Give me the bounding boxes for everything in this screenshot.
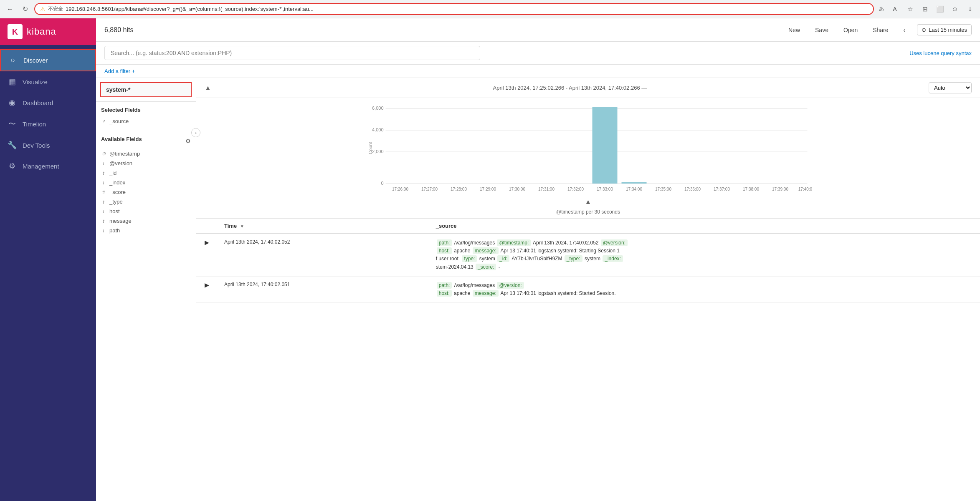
field-name-version: @version (109, 160, 132, 166)
field-index[interactable]: t _index (101, 178, 191, 187)
field-score-val: - (499, 264, 500, 270)
field-type-icon-version: t (101, 161, 106, 166)
row-source-cell-1: path: /var/log/messages @timestamp: Apri… (429, 234, 980, 276)
field-id[interactable]: t _id (101, 168, 191, 178)
field-message-val: Apr 13 17:40:01 logstash systemd: Starti… (500, 248, 620, 254)
sidebar-item-discover[interactable]: ○ Discover (0, 49, 96, 71)
field-name-host: host (109, 208, 120, 214)
svg-text:17:38:00: 17:38:00 (743, 187, 759, 191)
main-content: 6,880 hits New Save Open Share ‹ ⊙ Last … (96, 18, 980, 501)
row-expand-cell-2: ▶ (196, 276, 218, 302)
time-range-text: April 13th 2024, 17:25:02.266 - April 13… (493, 85, 647, 91)
right-panel: ▲ April 13th 2024, 17:25:02.266 - April … (196, 78, 980, 501)
expand-col-header (196, 219, 218, 234)
new-button[interactable]: New (785, 25, 803, 35)
back-button[interactable]: ← (4, 3, 16, 15)
address-bar[interactable]: ⚠ 不安全 192.168.246.8:5601/app/kibana#/dis… (34, 3, 874, 15)
sidebar-item-visualize[interactable]: ▦ Visualize (0, 71, 96, 92)
expand-chart-button[interactable]: ▲ (585, 198, 592, 206)
time-col-header[interactable]: Time ▼ (218, 219, 429, 234)
available-fields-title: Available Fields (101, 136, 142, 142)
collapse-chart-button[interactable]: ▲ (205, 84, 211, 92)
index-selector: system-* (96, 78, 196, 102)
share-button[interactable]: Share (869, 25, 891, 35)
lang-button[interactable]: あ (877, 5, 886, 13)
field-type-icon-type: t (101, 199, 106, 204)
row-source-cell-2: path: /var/log/messages @version: host: … (429, 276, 980, 302)
field-timestamp[interactable]: ⊙ @timestamp (101, 149, 191, 159)
profile-button[interactable]: ☺ (949, 3, 961, 15)
field-doctype-val: system (585, 256, 602, 262)
lucene-link[interactable]: Uses lucene query syntax (909, 50, 972, 56)
filter-bar: Add a filter + (96, 65, 980, 78)
field-fuser-val: f user root. (436, 256, 461, 262)
available-fields-section: Available Fields ⚙ ⊙ @timestamp t @versi… (96, 131, 196, 240)
svg-text:17:30:00: 17:30:00 (509, 187, 525, 191)
interval-select[interactable]: Auto Millisecond Second Minute Hour Day … (929, 82, 972, 93)
devtools-icon: 🔧 (8, 141, 17, 150)
selected-field-source[interactable]: ? _source (101, 116, 191, 126)
svg-text:17:32:00: 17:32:00 (567, 187, 584, 191)
field-message-key: message: (473, 247, 499, 254)
save-button[interactable]: Save (812, 25, 832, 35)
url-text: 192.168.246.8:5601/app/kibana#/discover?… (66, 6, 314, 12)
sidebar-item-devtools[interactable]: 🔧 Dev Tools (0, 135, 96, 156)
field-message[interactable]: t message (101, 216, 191, 226)
bookmark-button[interactable]: ☆ (904, 3, 916, 15)
sidebar-item-timelion[interactable]: 〜 Timelion (0, 113, 96, 135)
field-host[interactable]: t host (101, 206, 191, 216)
reload-button[interactable]: ↻ (19, 3, 31, 15)
open-button[interactable]: Open (840, 25, 861, 35)
bar-8 (622, 182, 647, 184)
field2-message-val: Apr 13 17:40:01 logstash systemd: Starte… (500, 290, 615, 296)
time-range-button[interactable]: ⊙ Last 15 minutes (917, 24, 972, 35)
fields-settings-button[interactable]: ⚙ (185, 138, 191, 144)
field-version[interactable]: t @version (101, 159, 191, 168)
reader-button[interactable]: A (889, 3, 901, 15)
svg-text:4,000: 4,000 (372, 127, 384, 132)
expand-row-1-button[interactable]: ▶ (203, 239, 211, 246)
svg-text:17:40:0: 17:40:0 (798, 187, 813, 191)
field-path[interactable]: t path (101, 226, 191, 235)
selected-fields-title: Selected Fields (101, 107, 191, 113)
field2-atversion-key: @version: (497, 282, 524, 289)
field-type-val: system (479, 256, 496, 262)
search-bar: Uses lucene query syntax (96, 42, 980, 65)
svg-text:2,000: 2,000 (372, 149, 384, 154)
search-input[interactable] (104, 46, 480, 60)
sidebar-toggle-button[interactable]: ‹ (191, 128, 200, 137)
field-type[interactable]: t _type (101, 197, 191, 206)
field-type-key: type: (462, 255, 477, 262)
index-pattern-box[interactable]: system-* (100, 82, 192, 97)
field-type-icon-score: # (101, 190, 106, 195)
kibana-logo-text: kibana (27, 26, 56, 37)
field-path-key: path: (437, 239, 452, 246)
field-type-icon-index: t (101, 180, 106, 185)
field-name-type: _type (109, 199, 123, 205)
dashboard-icon: ◉ (8, 98, 17, 107)
expand-row-2-button[interactable]: ▶ (203, 282, 211, 288)
back-nav-button[interactable]: ‹ (900, 25, 909, 35)
extensions-button[interactable]: ⊞ (919, 3, 931, 15)
row-time-cell-2: April 13th 2024, 17:40:02.051 (218, 276, 429, 302)
download-button[interactable]: ⤓ (964, 3, 976, 15)
field-score[interactable]: # _score (101, 187, 191, 197)
field-type-icon-host: t (101, 209, 106, 214)
results-table: Time ▼ _source ▶ (196, 219, 980, 303)
browser-chrome: ← ↻ ⚠ 不安全 192.168.246.8:5601/app/kibana#… (0, 0, 980, 18)
svg-text:17:36:00: 17:36:00 (684, 187, 701, 191)
left-panel: system-* Selected Fields ? _source Avail… (96, 78, 196, 501)
add-filter-button[interactable]: Add a filter + (104, 68, 135, 74)
split-button[interactable]: ⬜ (934, 3, 946, 15)
sidebar-item-label-devtools: Dev Tools (23, 142, 50, 149)
sidebar-item-management[interactable]: ⚙ Management (0, 156, 96, 176)
field-name-index: _index (109, 179, 125, 186)
field-name-timestamp: @timestamp (109, 151, 140, 157)
svg-text:17:34:00: 17:34:00 (626, 187, 642, 191)
warning-icon: ⚠ (40, 6, 46, 13)
svg-text:0: 0 (381, 181, 383, 186)
source-col-header: _source (429, 219, 980, 234)
svg-text:17:39:00: 17:39:00 (772, 187, 788, 191)
svg-text:6,000: 6,000 (372, 106, 384, 111)
sidebar-item-dashboard[interactable]: ◉ Dashboard (0, 92, 96, 113)
